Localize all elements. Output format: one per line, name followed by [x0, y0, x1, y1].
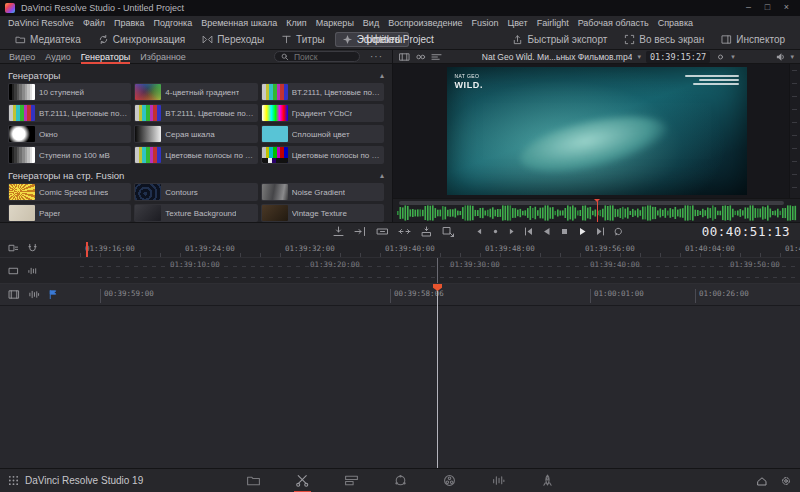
- project-manager-icon[interactable]: [756, 475, 768, 487]
- page-color[interactable]: [440, 472, 459, 489]
- stop-icon[interactable]: [559, 226, 570, 237]
- speaker-icon[interactable]: [775, 52, 786, 62]
- scrubber-playhead[interactable]: [597, 199, 598, 222]
- film-icon[interactable]: [8, 289, 20, 300]
- page-edit[interactable]: [342, 472, 361, 489]
- chevron-down-icon[interactable]: ▾: [731, 53, 735, 61]
- quick-export-button[interactable]: Быстрый экспорт: [505, 32, 614, 47]
- chevron-up-icon[interactable]: ▴: [380, 71, 384, 80]
- timeline-view-icon[interactable]: [431, 52, 442, 62]
- flag-icon[interactable]: [48, 289, 58, 300]
- upper-timeline-track[interactable]: 01:39:10:00 01:39:20:00 01:39:30:00 01:3…: [80, 258, 800, 283]
- minimize-button[interactable]: –: [740, 1, 757, 15]
- media-pool-button[interactable]: Медиатека: [8, 32, 88, 47]
- page-media[interactable]: [244, 472, 263, 489]
- tab-audio[interactable]: Аудио: [45, 52, 70, 62]
- viewer-tools-icon[interactable]: [715, 52, 726, 62]
- menu-file[interactable]: Файл: [83, 18, 105, 28]
- timeline-ruler[interactable]: 01:39:16:00 01:39:24:00 01:39:32:00 01:3…: [80, 240, 800, 257]
- transitions-button[interactable]: Переходы: [195, 32, 271, 47]
- menu-help[interactable]: Справка: [658, 18, 693, 28]
- settings-gear-icon[interactable]: [780, 475, 792, 487]
- menu-davinci-resolve[interactable]: DaVinci Resolve: [8, 18, 74, 28]
- menu-clip[interactable]: Клип: [286, 18, 306, 28]
- generator-item[interactable]: Contours: [134, 183, 257, 201]
- waveform-icon[interactable]: [28, 289, 40, 300]
- smart-insert-icon[interactable]: [332, 226, 345, 237]
- generator-item[interactable]: Noise Gradient: [261, 183, 384, 201]
- generator-item[interactable]: Сплошной цвет: [261, 125, 384, 143]
- generator-item[interactable]: Серая шкала: [134, 125, 257, 143]
- video-track-icon[interactable]: [8, 266, 19, 276]
- generator-item[interactable]: 10 ступеней: [8, 83, 131, 101]
- more-options-button[interactable]: ···: [370, 51, 383, 62]
- generator-item[interactable]: Градиент YCbCr: [261, 104, 384, 122]
- effects-button[interactable]: Эффекты: [335, 32, 409, 47]
- search-input[interactable]: [292, 51, 353, 63]
- jog-icon[interactable]: [491, 227, 500, 236]
- page-cut[interactable]: [293, 472, 312, 489]
- generator-item[interactable]: Texture Background: [134, 204, 257, 222]
- search-box[interactable]: [274, 51, 360, 62]
- skip-end-icon[interactable]: [595, 226, 606, 237]
- timeline-body[interactable]: [0, 306, 800, 468]
- inspector-button[interactable]: Инспектор: [714, 32, 792, 47]
- generator-item[interactable]: Цветовые полосы по SMPTE: [261, 146, 384, 164]
- tab-favorites[interactable]: Избранное: [140, 52, 186, 62]
- play-icon[interactable]: [577, 226, 588, 237]
- page-fairlight[interactable]: [489, 472, 508, 489]
- generator-item[interactable]: Ступени по 100 мВ: [8, 146, 131, 164]
- shuttle-right-icon[interactable]: [507, 227, 516, 236]
- upper-timeline-playhead[interactable]: [86, 242, 88, 257]
- source-clip-icon[interactable]: [399, 52, 410, 62]
- generator-item[interactable]: Paper: [8, 204, 131, 222]
- close-button[interactable]: ×: [778, 1, 795, 15]
- append-icon[interactable]: [354, 226, 367, 237]
- maximize-button[interactable]: □: [759, 1, 776, 15]
- video-area[interactable]: NAT GEO WILD.: [393, 64, 800, 198]
- skip-start-icon[interactable]: [523, 226, 534, 237]
- menu-fairlight[interactable]: Fairlight: [537, 18, 569, 28]
- viewer-scrubber[interactable]: [393, 198, 800, 222]
- audio-track-icon[interactable]: [27, 266, 38, 276]
- generator-item[interactable]: 4-цветный градиент: [134, 83, 257, 101]
- menu-playback[interactable]: Воспроизведение: [388, 18, 462, 28]
- tab-video[interactable]: Видео: [9, 52, 35, 62]
- menu-fusion[interactable]: Fusion: [471, 18, 498, 28]
- razor-icon[interactable]: [8, 243, 19, 254]
- menu-edit[interactable]: Правка: [114, 18, 144, 28]
- close-up-icon[interactable]: [398, 226, 411, 237]
- apps-grid-icon[interactable]: [8, 475, 19, 486]
- menu-workspace[interactable]: Рабочая область: [578, 18, 649, 28]
- loop-icon[interactable]: [613, 226, 624, 237]
- menu-trim[interactable]: Подгонка: [153, 18, 192, 28]
- generator-item[interactable]: Цветовые полосы по EBU: [134, 146, 257, 164]
- place-on-top-icon[interactable]: [420, 226, 433, 237]
- generator-item[interactable]: BT.2111, Цветовые полосы, P...: [8, 104, 131, 122]
- snap-icon[interactable]: [27, 243, 38, 254]
- chevron-down-icon[interactable]: ▾: [637, 53, 641, 61]
- menu-view[interactable]: Вид: [363, 18, 379, 28]
- source-overwrite-icon[interactable]: [442, 226, 455, 237]
- source-tape-icon[interactable]: [415, 52, 426, 62]
- viewer-clip-name[interactable]: Nat Geo Wild. Ми...ьных Фильмов.mp4: [482, 52, 633, 62]
- timeline-playhead[interactable]: [437, 284, 438, 468]
- menu-timeline[interactable]: Временная шкала: [201, 18, 277, 28]
- generator-item[interactable]: Vintage Texture: [261, 204, 384, 222]
- page-deliver[interactable]: [538, 472, 557, 489]
- chevron-up-icon[interactable]: ▴: [380, 171, 384, 180]
- menu-color[interactable]: Цвет: [507, 18, 527, 28]
- play-reverse-icon[interactable]: [541, 226, 552, 237]
- generator-item[interactable]: Comic Speed Lines: [8, 183, 131, 201]
- generator-item[interactable]: BT.2111, Цветовые полосы...: [134, 104, 257, 122]
- chevron-down-icon[interactable]: ▾: [791, 53, 795, 61]
- sync-button[interactable]: Синхронизация: [91, 32, 192, 47]
- titles-button[interactable]: Титры: [274, 32, 332, 47]
- fullscreen-button[interactable]: Во весь экран: [617, 32, 711, 47]
- generator-item[interactable]: Окно: [8, 125, 131, 143]
- page-fusion[interactable]: [391, 472, 410, 489]
- tab-generators[interactable]: Генераторы: [81, 50, 131, 64]
- menu-markers[interactable]: Маркеры: [316, 18, 354, 28]
- ripple-overwrite-icon[interactable]: [376, 226, 389, 237]
- shuttle-left-icon[interactable]: [475, 227, 484, 236]
